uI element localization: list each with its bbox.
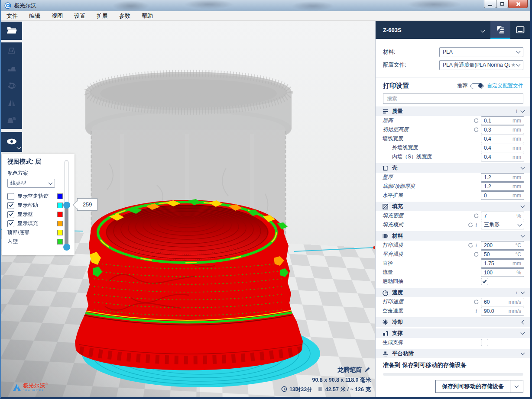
rename-pencil-icon[interactable] xyxy=(364,366,371,374)
per-model-settings-button[interactable] xyxy=(1,112,22,129)
viewport-3d[interactable]: 视图模式: 层 配色方案 线类型 显示空走轨迹显示帮助显示壁显示填充顶部/底部内… xyxy=(1,21,375,397)
app-window: 极光尔沃 文件编辑视图设置扩展参数帮助 xyxy=(0,0,532,399)
color-scheme-select[interactable]: 线类型 xyxy=(7,179,55,188)
printer-select[interactable]: Z-603S xyxy=(376,27,481,33)
legend-checkbox[interactable] xyxy=(7,193,14,200)
toolbar-view xyxy=(1,132,22,152)
section-header-material[interactable]: 材料 xyxy=(376,231,530,241)
menu-item-4[interactable]: 扩展 xyxy=(91,11,114,21)
menu-item-6[interactable]: 帮助 xyxy=(136,11,159,21)
section-header-infill[interactable]: 填充 xyxy=(376,202,530,211)
setting-value-field[interactable]: 200°C xyxy=(481,241,524,250)
menu-item-3[interactable]: 设置 xyxy=(68,11,91,21)
material-select[interactable]: PLA xyxy=(439,47,523,57)
section-chevron-down-icon[interactable] xyxy=(521,233,525,238)
setting-value-field[interactable]: 50°C xyxy=(481,250,524,259)
setting-value-field[interactable]: 0.4mm xyxy=(481,144,524,152)
setting-value-field[interactable]: 0.4mm xyxy=(481,153,524,161)
mirror-tool-button[interactable] xyxy=(1,94,22,112)
open-file-button[interactable] xyxy=(1,22,22,39)
view-mode-button[interactable] xyxy=(1,132,22,151)
section-header-shell[interactable]: 壳 xyxy=(376,163,530,173)
tab-monitor[interactable] xyxy=(510,21,530,39)
section-header-speed[interactable]: 速度i xyxy=(376,288,530,297)
setting-info-icon[interactable]: i xyxy=(475,308,477,315)
legend-checkbox[interactable] xyxy=(7,220,14,227)
reset-icon[interactable] xyxy=(474,252,479,257)
section-chevron-down-icon[interactable] xyxy=(521,331,525,335)
app-logo-icon xyxy=(4,2,11,9)
setting-value-field[interactable]: 0.4mm xyxy=(481,135,524,143)
layer-slider-lower-handle[interactable] xyxy=(63,244,70,251)
legend-checkbox[interactable] xyxy=(7,202,14,209)
scale-tool-button[interactable] xyxy=(1,60,22,77)
settings-search-input[interactable] xyxy=(383,93,523,104)
reset-icon[interactable] xyxy=(468,243,473,248)
section-info-icon[interactable]: i xyxy=(516,108,517,115)
setting-checkbox[interactable] xyxy=(481,278,488,285)
check-icon xyxy=(9,203,13,207)
move-tool-button[interactable] xyxy=(1,42,22,60)
menu-item-2[interactable]: 视图 xyxy=(46,11,68,21)
setting-value: 50 xyxy=(484,251,516,257)
section-chevron-down-icon[interactable] xyxy=(521,109,525,113)
tab-prepare[interactable] xyxy=(490,21,510,39)
section-chevron-left-icon[interactable] xyxy=(522,320,526,324)
save-options-chevron-icon[interactable] xyxy=(510,380,523,393)
custom-profile-link[interactable]: 自定义配置文件 xyxy=(487,82,523,90)
setting-value: 7 xyxy=(484,213,516,219)
setting-value-field[interactable]: 0.3mm xyxy=(481,125,524,134)
layer-slider-track-lower[interactable] xyxy=(65,205,68,249)
close-button[interactable] xyxy=(508,0,528,8)
menu-item-0[interactable]: 文件 xyxy=(1,11,23,21)
reset-icon[interactable] xyxy=(468,222,473,228)
setting-value-field[interactable]: 1.2mm xyxy=(481,182,524,191)
setting-value-field[interactable]: 0.1mm xyxy=(481,116,524,125)
section-info-icon[interactable]: i xyxy=(516,289,517,296)
setting-select[interactable]: 三角形 xyxy=(481,221,524,229)
setting-unit: mm xyxy=(513,193,521,199)
reset-icon[interactable] xyxy=(474,118,479,123)
section-title: 质量 xyxy=(392,108,516,115)
setting-value-field[interactable]: 7% xyxy=(481,212,524,220)
section-header-quality[interactable]: 质量i xyxy=(376,106,530,116)
legend-color-swatch xyxy=(57,239,63,245)
reset-icon[interactable] xyxy=(474,213,479,219)
setting-value-field[interactable]: 60mm/s xyxy=(481,298,524,306)
section-chevron-down-icon[interactable] xyxy=(521,351,525,355)
profile-select[interactable]: PLA 普通质量(PLA Norma Qua ★ xyxy=(439,60,523,70)
setting-info-icon[interactable]: i xyxy=(475,222,477,228)
section-header-support[interactable]: 支撑 xyxy=(376,328,530,338)
setting-value-field[interactable]: 1.2mm xyxy=(481,173,524,182)
setting-value-field[interactable]: 90.0mm/s xyxy=(481,307,524,315)
minimize-button[interactable] xyxy=(484,0,496,8)
setting-checkbox[interactable] xyxy=(481,339,488,346)
menu-item-1[interactable]: 编辑 xyxy=(23,11,46,21)
reset-icon[interactable] xyxy=(474,299,479,305)
setting-value-field[interactable]: 0mm xyxy=(481,191,524,200)
legend-label: 显示填充 xyxy=(17,220,57,227)
setting-row: 填充密度7% xyxy=(376,211,530,220)
print-settings-header: 打印设置 推荐 自定义配置文件 xyxy=(376,77,530,93)
reset-icon[interactable] xyxy=(474,127,479,132)
layer-slider-upper-handle[interactable] xyxy=(63,202,70,209)
section-header-adhesion[interactable]: 平台粘附 xyxy=(376,349,530,357)
section-chevron-down-icon[interactable] xyxy=(521,165,525,170)
setting-value-field[interactable]: 1.75mm xyxy=(481,259,524,268)
ready-status: 准备到 保存到可移动的存储设备 xyxy=(383,361,523,369)
section-header-cooling[interactable]: 冷却 xyxy=(376,317,530,327)
infill-icon xyxy=(382,203,389,210)
setting-info-icon[interactable]: i xyxy=(475,242,477,249)
setting-value: 90.0 xyxy=(484,308,509,314)
legend-checkbox[interactable] xyxy=(7,211,14,218)
setting-value-field[interactable]: 100% xyxy=(481,268,524,277)
layer-slider-track[interactable] xyxy=(65,160,68,205)
maximize-button[interactable] xyxy=(496,0,509,8)
section-chevron-down-icon[interactable] xyxy=(521,290,525,294)
save-to-removable-button[interactable]: 保存到可移动的存储设备 xyxy=(435,380,523,393)
section-chevron-down-icon[interactable] xyxy=(521,204,525,208)
mode-toggle[interactable] xyxy=(470,83,483,89)
printer-chevron-icon[interactable] xyxy=(481,26,484,34)
rotate-tool-button[interactable] xyxy=(1,77,22,94)
menu-item-5[interactable]: 参数 xyxy=(114,11,136,21)
